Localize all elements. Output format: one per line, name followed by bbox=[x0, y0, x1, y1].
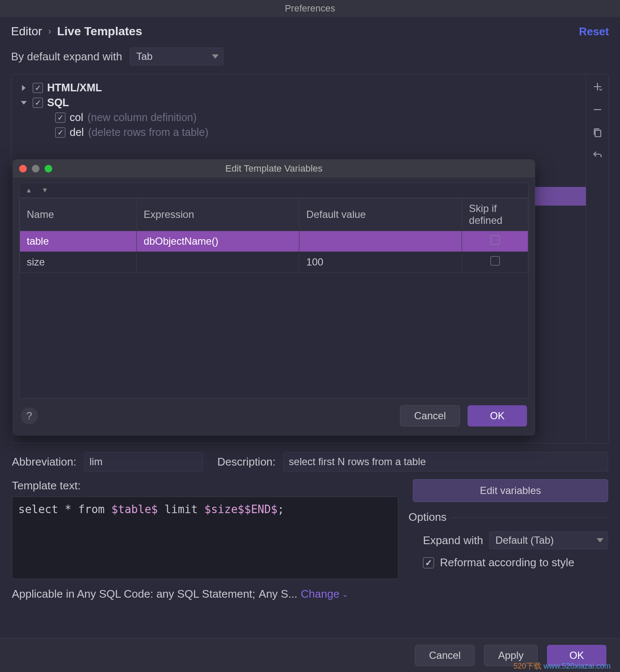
description-label: Description: bbox=[217, 455, 276, 469]
checkbox[interactable] bbox=[55, 113, 65, 123]
move-down-icon[interactable]: ▼ bbox=[42, 186, 48, 194]
expand-with-value: Tab bbox=[136, 51, 153, 62]
window-title: Preferences bbox=[285, 3, 335, 14]
col-default: Default value bbox=[299, 198, 462, 231]
applicable-more: Any S... bbox=[259, 587, 297, 601]
item-name: col bbox=[70, 111, 83, 124]
cell-skip[interactable] bbox=[462, 231, 528, 252]
chevron-right-icon: › bbox=[48, 26, 51, 37]
cell-name[interactable]: table bbox=[20, 231, 137, 252]
close-icon[interactable] bbox=[19, 165, 27, 172]
item-desc: (delete rows from a table) bbox=[88, 126, 208, 138]
cancel-button[interactable]: Cancel bbox=[415, 645, 475, 666]
abbreviation-input[interactable] bbox=[84, 452, 203, 472]
svg-rect-0 bbox=[595, 130, 600, 137]
template-text-label: Template text: bbox=[12, 479, 398, 492]
help-button[interactable]: ? bbox=[21, 407, 38, 424]
checkbox[interactable] bbox=[33, 98, 43, 108]
window-titlebar: Preferences bbox=[0, 0, 620, 17]
expand-with-option-select[interactable]: Default (Tab) bbox=[489, 531, 608, 549]
description-input[interactable] bbox=[283, 452, 608, 472]
minimize-icon bbox=[32, 165, 39, 172]
remove-icon[interactable] bbox=[591, 103, 604, 116]
side-toolbar bbox=[586, 74, 609, 443]
item-name: del bbox=[70, 126, 84, 138]
table-row[interactable]: table dbObjectName() bbox=[20, 231, 528, 252]
reset-link[interactable]: Reset bbox=[579, 25, 609, 38]
cell-name[interactable]: size bbox=[20, 252, 137, 273]
breadcrumb-live-templates: Live Templates bbox=[57, 25, 142, 38]
chevron-down-icon: ⌄ bbox=[342, 590, 348, 599]
checkbox[interactable] bbox=[490, 235, 500, 245]
chevron-down-icon bbox=[212, 54, 219, 59]
tree-item-del[interactable]: del (delete rows from a table) bbox=[55, 125, 578, 140]
chevron-down-icon bbox=[597, 538, 603, 542]
tree-item-col[interactable]: col (new column definition) bbox=[55, 110, 578, 125]
move-up-icon[interactable]: ▲ bbox=[25, 186, 32, 194]
applicable-row: Applicable in Any SQL Code: any SQL Stat… bbox=[0, 584, 620, 608]
abbreviation-label: Abbreviation: bbox=[12, 455, 76, 469]
template-text-editor[interactable]: select * from $table$ limit $size$$END$; bbox=[12, 497, 398, 579]
modal-titlebar[interactable]: Edit Template Variables bbox=[13, 160, 535, 178]
checkbox[interactable] bbox=[55, 127, 65, 138]
reformat-checkbox[interactable] bbox=[423, 557, 434, 568]
traffic-lights bbox=[19, 165, 52, 172]
cell-default[interactable] bbox=[299, 231, 462, 252]
cell-skip[interactable] bbox=[462, 252, 528, 273]
expand-with-label: By default expand with bbox=[11, 50, 122, 63]
tree-group-sql[interactable]: SQL bbox=[19, 95, 578, 110]
expand-with-option-value: Default (Tab) bbox=[496, 534, 554, 546]
edit-template-variables-modal: Edit Template Variables ▲ ▼ Name Express… bbox=[13, 159, 535, 435]
col-name: Name bbox=[20, 198, 137, 231]
template-editor-pane: Abbreviation: Description: Template text… bbox=[0, 443, 620, 584]
add-icon[interactable] bbox=[591, 80, 604, 93]
col-expression: Expression bbox=[137, 198, 299, 231]
chevron-right-icon[interactable] bbox=[19, 83, 28, 93]
checkbox[interactable] bbox=[490, 256, 500, 265]
applicable-text: Applicable in Any SQL Code: any SQL Stat… bbox=[12, 587, 255, 601]
breadcrumb-editor[interactable]: Editor bbox=[11, 25, 42, 38]
options-title: Options bbox=[409, 511, 608, 524]
col-skip: Skip if defined bbox=[462, 198, 528, 231]
edit-variables-button[interactable]: Edit variables bbox=[413, 479, 608, 502]
table-row[interactable]: size 100 bbox=[20, 252, 528, 273]
undo-icon[interactable] bbox=[591, 149, 604, 162]
group-label: HTML/XML bbox=[47, 82, 102, 94]
modal-footer: ? Cancel OK bbox=[13, 398, 535, 435]
table-header-row: Name Expression Default value Skip if de… bbox=[20, 198, 528, 231]
group-label: SQL bbox=[47, 96, 69, 109]
watermark: 520下载 www.520xiazai.com bbox=[513, 661, 611, 671]
cell-default[interactable]: 100 bbox=[299, 252, 462, 273]
sort-toolbar: ▲ ▼ bbox=[19, 183, 529, 198]
expand-with-option-label: Expand with bbox=[423, 534, 483, 547]
expand-with-row: By default expand with Tab bbox=[0, 44, 620, 74]
zoom-icon[interactable] bbox=[45, 165, 52, 172]
cell-expression[interactable] bbox=[137, 252, 299, 273]
cell-expression[interactable]: dbObjectName() bbox=[137, 231, 299, 252]
chevron-down-icon[interactable] bbox=[19, 98, 28, 107]
ok-button[interactable]: OK bbox=[468, 405, 527, 426]
cancel-button[interactable]: Cancel bbox=[400, 405, 460, 426]
reformat-label[interactable]: Reformat according to style bbox=[440, 556, 574, 569]
tree-group-html-xml[interactable]: HTML/XML bbox=[19, 80, 578, 95]
copy-icon[interactable] bbox=[591, 126, 604, 139]
variables-table[interactable]: Name Expression Default value Skip if de… bbox=[19, 198, 529, 398]
item-desc: (new column definition) bbox=[87, 111, 197, 124]
checkbox[interactable] bbox=[33, 83, 43, 93]
breadcrumb: Editor › Live Templates Reset bbox=[0, 17, 620, 44]
modal-title: Edit Template Variables bbox=[225, 163, 322, 174]
expand-with-select[interactable]: Tab bbox=[130, 48, 223, 65]
change-link[interactable]: Change ⌄ bbox=[301, 587, 348, 601]
